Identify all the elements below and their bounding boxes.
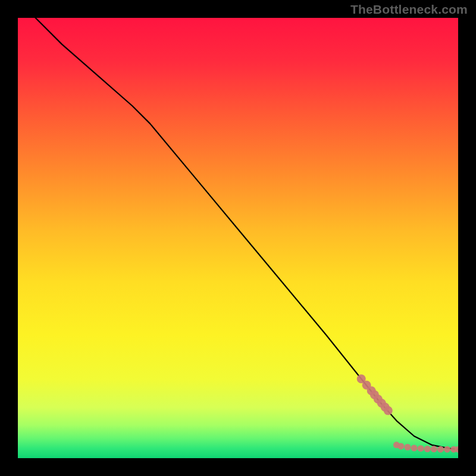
scatter-point bbox=[397, 443, 404, 450]
scatter-point bbox=[431, 446, 437, 452]
chart-area bbox=[18, 18, 458, 458]
scatter-point bbox=[384, 406, 393, 415]
scatter-point bbox=[424, 446, 431, 452]
scatter-point bbox=[411, 445, 418, 452]
chart-svg bbox=[18, 18, 458, 458]
scatter-point bbox=[418, 445, 424, 452]
scatter-point bbox=[437, 446, 444, 453]
scatter-point bbox=[444, 446, 450, 453]
scatter-point bbox=[404, 444, 411, 450]
gradient-background bbox=[18, 18, 458, 458]
watermark-text: TheBottleneck.com bbox=[350, 2, 468, 17]
